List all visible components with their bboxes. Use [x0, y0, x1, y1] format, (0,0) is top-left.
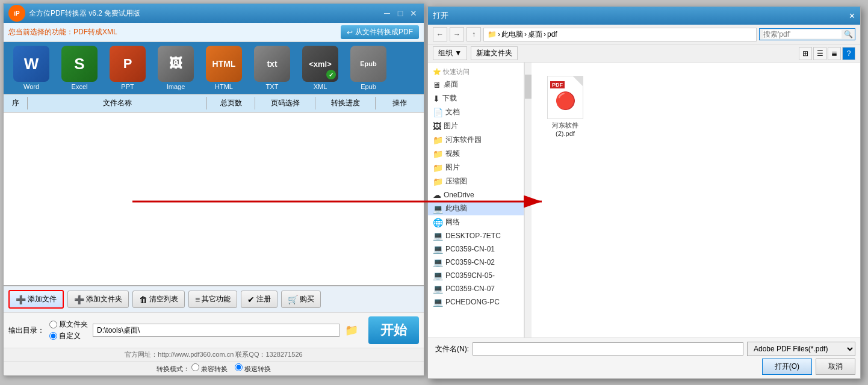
nav-up-button[interactable]: ↑	[467, 27, 481, 42]
sidebar-onedrive[interactable]: ☁ OneDrive	[428, 188, 524, 202]
open-button[interactable]: 打开(O)	[762, 359, 812, 375]
videos-icon: 📁	[433, 149, 443, 159]
sidebar-desktop7etc[interactable]: 💻 DESKTOP-7ETC	[428, 229, 524, 242]
breadcrumb-computer: 📁	[488, 30, 497, 38]
format-ppt[interactable]: P PPT	[106, 46, 149, 90]
breadcrumb-part3: pdf	[547, 30, 557, 38]
nav-back-button[interactable]: ←	[433, 27, 447, 42]
start-button[interactable]: 开始	[368, 316, 419, 344]
sidebar-pictures-label: 图片	[444, 121, 458, 131]
new-folder-button[interactable]: 新建文件夹	[471, 46, 518, 60]
output-row: 输出目录： 原文件夹 自定义 📁 开始	[4, 312, 424, 348]
format-excel[interactable]: S Excel	[58, 46, 101, 90]
sidebar-videos[interactable]: 📁 视频	[428, 147, 524, 161]
clear-list-icon: 🗑	[139, 295, 147, 304]
format-txt[interactable]: txt TXT	[250, 46, 294, 90]
sidebar-pc0359-02[interactable]: 💻 PC0359-CN-02	[428, 256, 524, 269]
radio-original[interactable]: 原文件夹	[49, 319, 88, 330]
from-file-button[interactable]: ↩ 从文件转换成PDF	[341, 25, 419, 39]
col-progress: 转换进度	[315, 97, 376, 109]
sidebar-compressed[interactable]: 📁 压缩图	[428, 174, 524, 188]
convert-mode-row: 转换模式： 兼容转换 极速转换	[4, 361, 424, 375]
format-xml[interactable]: <xml> ✓ XML	[299, 46, 342, 90]
sidebar-network-label: 网络	[445, 217, 460, 227]
view-list-button[interactable]: ☰	[813, 47, 826, 60]
nav-forward-button[interactable]: →	[450, 27, 464, 42]
format-epub[interactable]: Epub Epub	[347, 46, 390, 90]
sidebar-pictures[interactable]: 🖼 图片	[428, 119, 524, 133]
word-label: Word	[23, 83, 39, 90]
dialog-buttons: 打开(O) 取消	[433, 359, 855, 375]
organize-button[interactable]: 组织 ▼	[433, 46, 467, 60]
table-header: 序 文件名称 总页数 页码选择 转换进度 操作	[4, 94, 424, 112]
mode-compat-radio[interactable]: 兼容转换	[191, 365, 229, 372]
sidebar-pc0359-07-label: PC0359-CN-07	[445, 285, 495, 293]
radio-custom[interactable]: 自定义	[49, 331, 88, 341]
documents-icon: 📄	[433, 108, 443, 117]
mode-fast-radio[interactable]: 极速转换	[235, 365, 271, 372]
sidebar-network[interactable]: 🌐 网络	[428, 215, 524, 229]
pc0359-07-icon: 💻	[433, 284, 443, 294]
file-item[interactable]: PDF 🔴 河东软件 (2).pdf	[541, 72, 589, 141]
dialog-main-area: PDF 🔴 河东软件 (2).pdf	[532, 63, 860, 337]
sidebar-compressed-label: 压缩图	[445, 176, 467, 186]
sidebar-pictures2[interactable]: 📁 图片	[428, 161, 524, 174]
help-button[interactable]: ?	[842, 47, 855, 60]
format-word[interactable]: W Word	[10, 46, 53, 90]
sidebar-documents[interactable]: 📄 文档	[428, 105, 524, 119]
sidebar-pictures2-label: 图片	[445, 162, 460, 173]
pdf-file-icon: PDF 🔴	[547, 76, 583, 119]
format-bar: W Word S Excel P PPT 🖼 Image	[4, 42, 424, 94]
sidebar-pc0359-01[interactable]: 💻 PC0359-CN-01	[428, 242, 524, 256]
close-button[interactable]: ✕	[408, 8, 419, 19]
footer-website: 官方网址：http://www.pdf360.com.cn 联系QQ：13282…	[4, 348, 424, 361]
sidebar-download-label: 下载	[442, 93, 457, 103]
cancel-button[interactable]: 取消	[816, 359, 855, 375]
other-func-button[interactable]: ≡ 其它功能	[188, 291, 237, 308]
add-folder-button[interactable]: ➕ 添加文件夹	[67, 291, 129, 308]
app-window: iP 全方位PDF转换器 v6.2 免费试用版 ─ □ ✕ 您当前选择的功能：P…	[3, 3, 424, 376]
sidebar-this-pc[interactable]: 💻 此电脑	[428, 202, 524, 215]
sidebar-scrollbar[interactable]	[524, 63, 532, 337]
pc0359cn-05-icon: 💻	[433, 271, 443, 280]
sidebar-scroll-thumb[interactable]	[525, 75, 532, 99]
output-path-input[interactable]	[93, 324, 339, 337]
breadcrumb-sep1: ›	[498, 30, 500, 38]
network-icon: 🌐	[433, 218, 443, 227]
sidebar-pchedong[interactable]: 💻 PCHEDONG-PC	[428, 295, 524, 309]
xml-check-badge: ✓	[326, 70, 336, 79]
dialog-close-button[interactable]: ✕	[849, 11, 855, 20]
breadcrumb-part2: 桌面	[528, 29, 542, 40]
sidebar-download[interactable]: ⬇ 下载	[428, 91, 524, 105]
sidebar-desktop[interactable]: 🖥 桌面	[428, 78, 524, 91]
filetype-select[interactable]: Adobe PDF Files(*.pdf)	[747, 342, 855, 356]
col-actions: 操作	[376, 97, 424, 109]
app-logo: iP	[8, 5, 25, 22]
sidebar-desktop7etc-label: DESKTOP-7ETC	[445, 232, 501, 240]
format-html[interactable]: HTML HTML	[202, 46, 246, 90]
file-open-dialog: 打开 ✕ ← → ↑ 📁 › 此电脑 › 桌面 › pdf 🔍 组织 ▼ 新建文…	[427, 6, 861, 379]
sidebar-hedong[interactable]: 📁 河东软件园	[428, 133, 524, 147]
view-extra-button[interactable]: ⊞	[799, 47, 812, 60]
image-label: Image	[167, 83, 185, 90]
minimize-button[interactable]: ─	[382, 8, 392, 19]
add-file-button[interactable]: ➕ 添加文件	[8, 290, 64, 309]
search-icon: 🔍	[844, 30, 853, 38]
buy-button[interactable]: 🛒 购买	[281, 291, 321, 308]
toolbar-row: 您当前选择的功能：PDF转成XML ↩ 从文件转换成PDF	[4, 23, 424, 42]
pchedong-icon: 💻	[433, 297, 443, 307]
xml-label: XML	[314, 83, 327, 90]
sidebar-pc0359cn-05[interactable]: 💻 PC0359CN-05-	[428, 269, 524, 282]
col-seq: 序	[4, 97, 28, 109]
sidebar-pc0359-07[interactable]: 💻 PC0359-CN-07	[428, 282, 524, 295]
filename-input[interactable]	[473, 342, 743, 356]
format-image[interactable]: 🖼 Image	[154, 46, 197, 90]
register-button[interactable]: ✔ 注册	[241, 291, 277, 308]
clear-list-button[interactable]: 🗑 清空列表	[132, 291, 185, 308]
maximize-button[interactable]: □	[395, 8, 406, 19]
view-detail-button[interactable]: ≣	[828, 47, 841, 60]
search-input[interactable]	[763, 30, 842, 38]
register-icon: ✔	[247, 295, 255, 304]
browse-folder-button[interactable]: 📁	[344, 323, 359, 337]
buy-icon: 🛒	[288, 295, 298, 304]
